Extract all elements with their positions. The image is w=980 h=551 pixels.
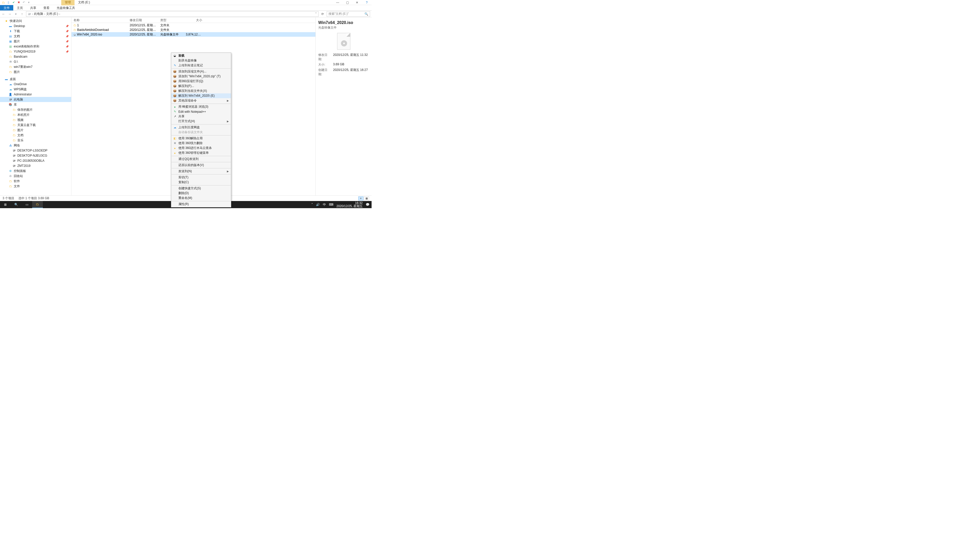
- tree-node[interactable]: 🗀Bandicam: [0, 54, 71, 59]
- col-type[interactable]: 类型: [158, 17, 184, 23]
- maximize-button[interactable]: ▢: [342, 1, 352, 4]
- tree-node[interactable]: 🖳DESKTOP-NJEU3CG: [0, 153, 71, 158]
- close-button[interactable]: ✕: [352, 1, 362, 4]
- menu-item[interactable]: ●使用 360进行木马云查杀: [171, 146, 231, 151]
- tree-node[interactable]: 🗀文件: [0, 184, 71, 189]
- tree-node[interactable]: ▦图片📌: [0, 39, 71, 44]
- tree-node[interactable]: 👤Administrator: [0, 92, 71, 97]
- tray-volume-icon[interactable]: 🔊: [316, 203, 320, 206]
- breadcrumb[interactable]: 文档 (E:): [46, 12, 58, 16]
- tray-chevron-icon[interactable]: ˄: [311, 203, 313, 206]
- tray-action-center-icon[interactable]: 💬: [366, 203, 369, 206]
- tree-node[interactable]: 🗀图片: [0, 127, 71, 133]
- tree-node[interactable]: 🖳DESKTOP-LSSOEDP: [0, 148, 71, 153]
- address-bar[interactable]: 🖳 › 此电脑 › 文档 (E:) › ˅: [26, 11, 318, 17]
- cross-icon[interactable]: ✖: [17, 1, 21, 4]
- table-row[interactable]: 🗀 12020/12/15, 星期二 1…文件夹: [72, 23, 315, 27]
- tree-node[interactable]: 🗀文档: [0, 133, 71, 138]
- tree-node[interactable]: 🗀软件: [0, 179, 71, 184]
- tray-clock[interactable]: 16:32 2020/12/25, 星期五: [336, 202, 363, 208]
- col-name[interactable]: 名称: [72, 17, 127, 23]
- menu-item[interactable]: 📦其他压缩命令▶: [171, 98, 231, 103]
- nav-history-icon[interactable]: ▾: [14, 12, 18, 16]
- tray-ime-icon[interactable]: 中: [323, 203, 326, 207]
- tray-keyboard-icon[interactable]: ⌨: [329, 203, 333, 206]
- tree-node[interactable]: ▬桌面: [0, 76, 71, 82]
- file-list[interactable]: 名称 修改日期 类型 大小 🗀 12020/12/15, 星期二 1…文件夹🗀 …: [72, 17, 315, 195]
- context-menu[interactable]: ◒装载刻录光盘映像✎上传到有道云笔记📦添加到压缩文件(A)...📦添加到 "Wi…: [171, 52, 231, 207]
- manage-tab-header[interactable]: 管理: [61, 0, 75, 5]
- ribbon-tab-disc-tool[interactable]: 光盘映像工具: [53, 5, 79, 11]
- menu-item[interactable]: ●用 蜂蜜浏览器 浏览(3): [171, 104, 231, 109]
- search-box[interactable]: 搜索"文档 (E:)" 🔍: [327, 11, 370, 17]
- undo-icon[interactable]: ↶: [22, 1, 25, 4]
- tree-node[interactable]: ▥excel表格制作求和📌: [0, 44, 71, 49]
- menu-item[interactable]: 打开方式(H)▶: [171, 119, 231, 124]
- menu-item[interactable]: 属性(R): [171, 202, 231, 206]
- menu-item[interactable]: 通过QQ发送到: [171, 157, 231, 162]
- menu-item[interactable]: 📦添加到压缩文件(A)...: [171, 69, 231, 74]
- menu-item[interactable]: ✎上传到有道云笔记: [171, 63, 231, 68]
- menu-item[interactable]: ●使用 360管理右键菜单: [171, 151, 231, 156]
- tree-node[interactable]: 🖧网络: [0, 143, 71, 148]
- menu-item[interactable]: 📦解压到(F)...: [171, 84, 231, 89]
- menu-item[interactable]: 剪切(T): [171, 175, 231, 180]
- menu-item[interactable]: ✎Edit with Notepad++: [171, 109, 231, 114]
- menu-item[interactable]: 复制(C): [171, 180, 231, 185]
- tree-node[interactable]: 🗀保存的图片: [0, 107, 71, 112]
- tree-node[interactable]: 🖳ZMT2019: [0, 163, 71, 168]
- menu-item[interactable]: 还原以前的版本(V): [171, 163, 231, 168]
- tree-node[interactable]: 🗀天翼云盘下载: [0, 122, 71, 127]
- tree-node[interactable]: 🖳此电脑: [0, 97, 71, 102]
- search-button[interactable]: 🔍: [11, 201, 21, 208]
- qat-menu-icon[interactable]: ▾: [27, 1, 30, 4]
- menu-item[interactable]: 📦解压到 Win7x64_2020\ (E): [171, 94, 231, 98]
- menu-item[interactable]: 📦用360压缩打开(Q): [171, 79, 231, 84]
- view-icons-button[interactable]: ▦: [364, 197, 369, 200]
- col-date[interactable]: 修改日期: [127, 17, 158, 23]
- tree-node[interactable]: 🗀win7重装win7: [0, 64, 71, 69]
- tree-node[interactable]: 🗀本机照片: [0, 112, 71, 118]
- tree-node[interactable]: 🗀图片: [0, 69, 71, 75]
- ribbon-tab-view[interactable]: 查看: [40, 5, 53, 11]
- table-row[interactable]: 🗀 BaiduNetdiskDownload2020/12/25, 星期五 1……: [72, 27, 315, 32]
- tree-node[interactable]: ▤文档📌: [0, 34, 71, 39]
- table-row[interactable]: ◒ Win7x64_2020.iso2020/12/25, 星期五 1…光盘映像…: [72, 32, 315, 37]
- tree-node[interactable]: 🗀音乐: [0, 138, 71, 143]
- check-icon[interactable]: ✔: [12, 1, 15, 4]
- view-details-button[interactable]: ≡: [358, 197, 363, 200]
- ribbon-tab-home[interactable]: 主页: [13, 5, 27, 11]
- menu-item[interactable]: 重命名(M): [171, 196, 231, 200]
- system-tray[interactable]: ˄ 🔊 中 ⌨ 16:32 2020/12/25, 星期五 💬: [311, 202, 372, 208]
- ribbon-tab-file[interactable]: 文件: [0, 5, 13, 11]
- menu-item[interactable]: ☁上传到百度网盘: [171, 125, 231, 130]
- breadcrumb[interactable]: 此电脑: [34, 12, 43, 16]
- tree-node[interactable]: 🗀YUNQISHI2019📌: [0, 49, 71, 54]
- menu-item[interactable]: ◒装载: [171, 53, 231, 58]
- tree-node[interactable]: ▬Desktop📌: [0, 24, 71, 29]
- start-button[interactable]: ⊞: [0, 201, 11, 208]
- tree-node[interactable]: 🗀视频: [0, 118, 71, 122]
- tree-node[interactable]: 🖳PC-20190530OBLA: [0, 158, 71, 163]
- menu-item[interactable]: 📦添加到 "Win7x64_2020.zip" (T): [171, 74, 231, 79]
- menu-item[interactable]: ◧使用 360解除占用: [171, 136, 231, 141]
- menu-item[interactable]: ↗共享: [171, 114, 231, 119]
- nav-forward-button[interactable]: →: [8, 12, 12, 16]
- menu-item[interactable]: ✖使用 360强力删除: [171, 141, 231, 146]
- menu-item[interactable]: 📦解压到当前文件夹(X): [171, 89, 231, 94]
- tree-node[interactable]: ⬇下载📌: [0, 29, 71, 34]
- col-size[interactable]: 大小: [184, 17, 204, 23]
- tree-node[interactable]: ♻回收站: [0, 173, 71, 179]
- menu-item[interactable]: 创建快捷方式(S): [171, 186, 231, 191]
- tree-node[interactable]: ⚙控制面板: [0, 168, 71, 173]
- menu-item[interactable]: 刻录光盘映像: [171, 58, 231, 63]
- tree-node[interactable]: ☁OneDrive: [0, 82, 71, 87]
- menu-item[interactable]: 发送到(N)▶: [171, 169, 231, 174]
- open-icon[interactable]: ▯: [6, 1, 10, 4]
- tree-node[interactable]: ⛃G:\: [0, 59, 71, 64]
- tree-node[interactable]: ☁WPS网盘: [0, 87, 71, 92]
- ribbon-tab-share[interactable]: 共享: [27, 5, 40, 11]
- tree-node[interactable]: 📚库: [0, 102, 71, 107]
- nav-back-button[interactable]: ←: [2, 12, 6, 16]
- taskview-button[interactable]: ▭: [21, 201, 32, 208]
